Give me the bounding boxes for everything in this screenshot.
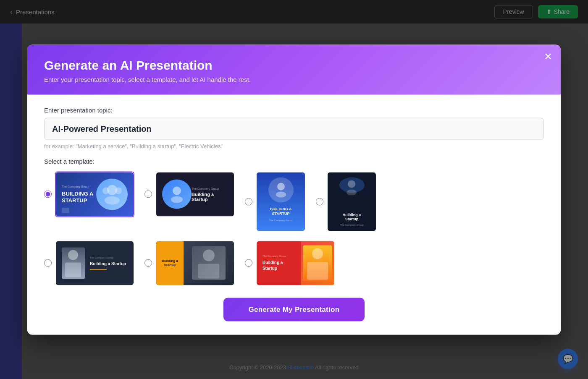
template-item-6[interactable]: Building a Startup: [144, 240, 235, 286]
modal-title: Generate an AI Presentation: [44, 58, 544, 72]
svg-point-10: [68, 250, 78, 260]
modal-subtitle: Enter your presentation topic, select a …: [44, 76, 544, 83]
template-card-4: Building aStartup The Company Group: [328, 172, 376, 231]
template-radio-7[interactable]: [245, 259, 252, 267]
svg-point-12: [203, 250, 215, 261]
template-item-4[interactable]: Building aStartup The Company Group: [316, 171, 377, 232]
template-row-1: The Company Group BUILDING ASTARTUP: [44, 171, 544, 232]
template-1-image: [96, 178, 128, 210]
template-radio-4[interactable]: [316, 198, 323, 205]
template-thumb-5: The Company Group Building a Startup: [55, 240, 134, 286]
template-section-label: Select a template:: [44, 157, 544, 165]
template-row-2: The Company Group Building a Startup: [44, 240, 544, 286]
template-item-2[interactable]: The Company Group Building a Startup: [144, 171, 235, 217]
topic-field-label: Enter presentation topic:: [44, 106, 544, 113]
template-radio-3[interactable]: [245, 198, 252, 205]
svg-point-6: [277, 183, 285, 190]
svg-point-8: [348, 180, 355, 188]
template-radio-2[interactable]: [144, 191, 152, 198]
svg-point-2: [102, 188, 109, 194]
modal-body: Enter presentation topic: for example: "…: [27, 94, 561, 335]
svg-point-14: [312, 248, 323, 259]
template-thumb-4: Building aStartup The Company Group: [327, 171, 377, 232]
template-thumb-1: The Company Group BUILDING ASTARTUP: [55, 171, 134, 217]
template-thumb-2: The Company Group Building a Startup: [155, 171, 235, 217]
svg-point-7: [276, 191, 286, 197]
template-card-5: The Company Group Building a Startup: [56, 241, 134, 285]
template-item-1[interactable]: The Company Group BUILDING ASTARTUP: [44, 171, 134, 217]
template-item-5[interactable]: The Company Group Building a Startup: [44, 240, 134, 286]
svg-rect-11: [65, 262, 81, 277]
template-card-6: Building a Startup: [156, 241, 234, 285]
template-grid: The Company Group BUILDING ASTARTUP: [44, 171, 544, 286]
template-thumb-6: Building a Startup: [155, 240, 235, 286]
svg-rect-13: [198, 264, 219, 279]
svg-point-5: [171, 196, 183, 203]
template-radio-1[interactable]: [44, 191, 52, 198]
svg-rect-15: [307, 262, 328, 280]
template-card-1: The Company Group BUILDING ASTARTUP: [56, 172, 134, 216]
close-button[interactable]: ✕: [544, 51, 552, 61]
template-item-3[interactable]: BUILDING ASTARTUP The Company Group: [245, 171, 306, 232]
template-radio-6[interactable]: [144, 259, 152, 267]
template-thumb-3: BUILDING ASTARTUP The Company Group: [256, 171, 306, 232]
template-card-7: The Company Group Building a Startup: [257, 241, 334, 285]
template-card-2: The Company Group Building a Startup: [156, 172, 234, 216]
template-thumb-7: The Company Group Building a Startup: [256, 240, 335, 286]
svg-point-4: [173, 187, 181, 195]
svg-point-1: [105, 196, 120, 205]
topic-hint: for example: "Marketing a service", "Bui…: [44, 143, 544, 149]
topic-input[interactable]: [44, 118, 544, 140]
svg-point-9: [346, 189, 357, 195]
generate-button[interactable]: Generate My Presentation: [223, 298, 365, 321]
svg-point-3: [115, 188, 122, 194]
modal-header: Generate an AI Presentation Enter your p…: [27, 44, 561, 94]
template-item-7[interactable]: The Company Group Building a Startup: [245, 240, 335, 286]
template-radio-5[interactable]: [44, 259, 52, 267]
template-card-3: BUILDING ASTARTUP The Company Group: [257, 172, 305, 231]
ai-presentation-modal: Generate an AI Presentation Enter your p…: [27, 44, 561, 335]
